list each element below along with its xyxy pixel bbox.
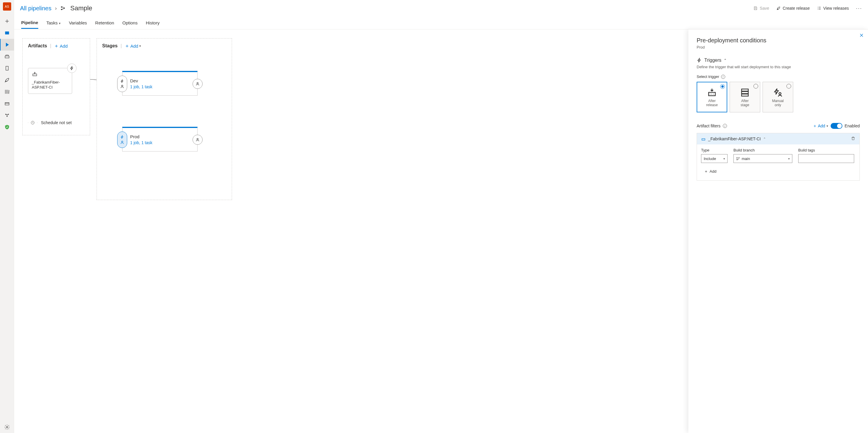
- stage-card-prod[interactable]: Prod 1 job, 1 task: [122, 127, 197, 152]
- person-icon: [195, 138, 199, 142]
- svg-point-16: [197, 82, 198, 84]
- artifacts-header: Artifacts: [28, 43, 47, 48]
- stage-name: Prod: [130, 134, 153, 139]
- svg-point-18: [197, 138, 198, 140]
- artifact-trigger-button[interactable]: [67, 64, 76, 73]
- person-icon: [120, 85, 124, 89]
- tab-tasks[interactable]: Tasks▾: [46, 18, 61, 28]
- lightning-icon: [120, 135, 124, 139]
- schedule-row[interactable]: Schedule not set: [28, 118, 71, 127]
- svg-rect-8: [61, 6, 62, 8]
- svg-rect-9: [61, 9, 62, 10]
- svg-point-15: [122, 85, 123, 87]
- pipeline-canvas: Artifacts | Add _FabrikamFiber-ASP.NET-C…: [14, 29, 434, 216]
- stages-header: Stages: [102, 43, 118, 48]
- svg-rect-10: [64, 8, 65, 9]
- pipeline-type-icon: [60, 6, 66, 11]
- nav-deployment-groups-icon[interactable]: [0, 109, 14, 121]
- stage-prod-pre-button[interactable]: [117, 132, 127, 148]
- tabs: Pipeline Tasks▾ Variables Retention Opti…: [14, 16, 434, 29]
- nav-security-icon[interactable]: [0, 121, 14, 133]
- lightning-icon: [69, 66, 74, 71]
- chevron-down-icon: ▾: [59, 22, 61, 25]
- build-icon: [32, 71, 68, 78]
- nav-add[interactable]: [0, 15, 14, 27]
- tab-pipeline[interactable]: Pipeline: [21, 17, 38, 29]
- avatar[interactable]: AS: [3, 2, 11, 10]
- artifacts-panel: Artifacts | Add _FabrikamFiber-ASP.NET-C…: [22, 38, 90, 135]
- artifact-name: _FabrikamFiber-ASP.NET-CI: [32, 80, 68, 90]
- nav-environments-icon[interactable]: [0, 51, 14, 62]
- tab-history[interactable]: History: [146, 18, 160, 28]
- tab-options[interactable]: Options: [123, 18, 138, 28]
- chevron-down-icon: ▾: [139, 44, 141, 48]
- svg-rect-1: [5, 56, 9, 58]
- page-title: Sample: [70, 4, 92, 12]
- stage-tasks-link[interactable]: 1 job, 1 task: [130, 140, 153, 145]
- topbar: All pipelines › Sample Save Create relea…: [14, 0, 434, 16]
- nav-taskgroups-icon[interactable]: [0, 98, 14, 109]
- svg-point-6: [6, 116, 7, 117]
- tab-retention[interactable]: Retention: [95, 18, 114, 28]
- add-stage-button[interactable]: Add ▾: [125, 43, 141, 48]
- person-icon: [120, 140, 124, 144]
- svg-rect-2: [6, 66, 8, 70]
- breadcrumb-all-pipelines[interactable]: All pipelines: [20, 5, 52, 12]
- tab-variables[interactable]: Variables: [69, 18, 87, 28]
- stage-dev-pre-button[interactable]: [117, 76, 127, 92]
- nav-boards-icon[interactable]: [0, 27, 14, 39]
- clock-icon: [28, 118, 37, 127]
- svg-rect-0: [5, 31, 9, 34]
- nav-pipelines-icon[interactable]: [0, 39, 14, 51]
- stage-prod-post-button[interactable]: [192, 135, 203, 145]
- stages-panel: Stages | Add ▾ Dev 1 job, 1 task: [97, 38, 232, 200]
- nav-releases-icon[interactable]: [0, 62, 14, 74]
- svg-point-17: [122, 141, 123, 142]
- stage-dev-post-button[interactable]: [192, 79, 203, 89]
- add-artifact-button[interactable]: Add: [54, 43, 68, 48]
- stage-card-dev[interactable]: Dev 1 job, 1 task: [122, 71, 197, 96]
- nav-rocket-icon[interactable]: [0, 74, 14, 86]
- breadcrumb-separator: ›: [55, 5, 57, 11]
- lightning-icon: [120, 79, 124, 83]
- stage-tasks-link[interactable]: 1 job, 1 task: [130, 85, 153, 89]
- nav-library-icon[interactable]: [0, 86, 14, 98]
- svg-rect-3: [5, 103, 9, 105]
- person-icon: [195, 82, 199, 86]
- stage-name: Dev: [130, 78, 153, 83]
- nav-rail: AS: [0, 0, 14, 216]
- artifact-card[interactable]: _FabrikamFiber-ASP.NET-CI: [28, 68, 72, 94]
